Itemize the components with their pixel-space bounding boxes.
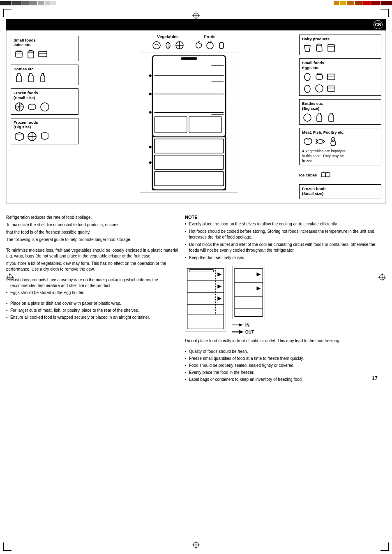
svg-marker-71 bbox=[217, 285, 221, 289]
deco-left bbox=[0, 0, 56, 7]
deco-seg-r3 bbox=[362, 1, 371, 5]
svg-point-42 bbox=[149, 93, 151, 95]
dairy-icon-2 bbox=[314, 42, 325, 53]
svg-rect-53 bbox=[327, 74, 335, 80]
category-small-foods-juice: Small foodsJuice etc. bbox=[11, 36, 78, 61]
category-small-eggs-icons-row1 bbox=[302, 71, 378, 82]
svg-marker-83 bbox=[239, 330, 244, 334]
category-small-foods-juice-icons bbox=[14, 49, 76, 59]
category-frozen-small-left-icons bbox=[14, 101, 76, 113]
bottom-section: Refrigeration reduces the rate of food s… bbox=[6, 210, 386, 387]
svg-point-56 bbox=[316, 85, 323, 92]
deco-seg-7 bbox=[51, 1, 56, 5]
para1-line3: that the food is of the freshest possibl… bbox=[6, 229, 179, 235]
main-content: GB Small foodsJuice etc. bbox=[6, 19, 386, 387]
category-meat-fish: Meat, Fish, Poultry etc. bbox=[299, 128, 381, 165]
big-bottle-1 bbox=[302, 112, 313, 123]
airflow-area: IN OUT bbox=[185, 266, 386, 335]
tall-bottle-3 bbox=[37, 72, 48, 83]
note-item-4: Keep the door securely closed. bbox=[185, 255, 386, 261]
category-frozen-small-right: Frozen foods(Small size) bbox=[299, 184, 381, 199]
freezer-bullet-list: Quality of foods should be fresh. Freeze… bbox=[185, 349, 386, 382]
veg-improper-note: ● Vegetables are improperin this case. T… bbox=[302, 149, 378, 163]
cross-bottom-center bbox=[192, 541, 200, 549]
deco-seg-r2 bbox=[371, 1, 380, 5]
vegetables-category: Vegetables bbox=[151, 35, 185, 51]
svg-marker-70 bbox=[217, 272, 221, 276]
out-arrow-icon bbox=[232, 329, 244, 335]
svg-marker-78 bbox=[257, 272, 261, 276]
frozen-icon-3 bbox=[39, 101, 51, 113]
jar-icon-1 bbox=[14, 49, 24, 59]
svg-rect-74 bbox=[235, 269, 263, 317]
vegetables-icons bbox=[151, 40, 185, 51]
svg-marker-72 bbox=[217, 297, 221, 301]
frozen-icon-2 bbox=[26, 101, 38, 113]
small-food-icon-2 bbox=[326, 71, 337, 82]
deco-right bbox=[334, 0, 392, 7]
left-column: Small foodsJuice etc. bbox=[9, 32, 81, 201]
meat-bullets: Place on a plate or dish and cover with … bbox=[6, 301, 179, 320]
corner-br bbox=[380, 542, 389, 551]
frozen-big-icon-2 bbox=[26, 131, 38, 142]
container-icon-1 bbox=[37, 49, 48, 59]
svg-point-23 bbox=[207, 42, 213, 49]
svg-point-61 bbox=[332, 137, 335, 141]
out-label: OUT bbox=[245, 330, 254, 334]
corner-tl bbox=[3, 9, 12, 17]
veg-icon-1 bbox=[151, 40, 162, 51]
para2-line1: To minimize moisture loss, fruit and veg… bbox=[6, 248, 179, 259]
meat-bullet-2: For larger cuts of meat, fish, or poultr… bbox=[6, 308, 179, 313]
dairy-bullet-list: Most dairy products have a use by date o… bbox=[6, 277, 179, 296]
dairy-bullets: Most dairy products have a use by date o… bbox=[6, 277, 179, 296]
svg-rect-30 bbox=[154, 116, 187, 133]
svg-rect-48 bbox=[328, 44, 334, 52]
category-bottles-big: Bottles etc.(Big size) bbox=[299, 99, 381, 125]
dairy-bullet-1: Most dairy products have a use by date o… bbox=[6, 277, 179, 289]
bottom-left-column: Refrigeration reduces the rate of food s… bbox=[6, 210, 179, 387]
tall-bottle-2 bbox=[25, 72, 36, 83]
category-dairy-icons bbox=[302, 42, 378, 53]
svg-point-43 bbox=[149, 111, 151, 114]
airflow-note: Do not place food directly in front of c… bbox=[185, 338, 386, 344]
category-frozen-small-right-label: Frozen foods(Small size) bbox=[302, 186, 378, 196]
svg-point-50 bbox=[304, 73, 310, 81]
fridge-diagram bbox=[140, 53, 238, 192]
freezer-bullet-1: Quality of foods should be fresh. bbox=[185, 349, 386, 355]
category-small-eggs: Small foodsEggs etc. bbox=[299, 58, 381, 96]
svg-rect-4 bbox=[28, 51, 34, 58]
svg-point-55 bbox=[304, 85, 310, 93]
in-out-labels: IN OUT bbox=[232, 322, 265, 335]
svg-rect-57 bbox=[327, 86, 335, 91]
para2-line2: If you store a lot of vegetables, dew ma… bbox=[6, 261, 179, 272]
airflow-side-svg bbox=[232, 266, 265, 319]
svg-point-59 bbox=[304, 114, 311, 121]
out-label-row: OUT bbox=[232, 329, 265, 335]
category-dairy-label: Dairy products bbox=[302, 37, 378, 41]
dairy-icon-3 bbox=[326, 42, 337, 53]
svg-point-44 bbox=[149, 146, 151, 148]
svg-rect-73 bbox=[189, 270, 214, 272]
category-ice-cubes: Ice cubes bbox=[299, 169, 381, 181]
category-bottles-left-icons bbox=[14, 72, 76, 83]
category-frozen-big-left-label: Frozen foods(Big size) bbox=[14, 120, 76, 130]
egg-icon-1 bbox=[302, 71, 313, 82]
svg-rect-37 bbox=[152, 137, 226, 190]
deco-seg-r5 bbox=[347, 1, 354, 5]
cross-top-center bbox=[192, 12, 200, 20]
right-column: Dairy products bbox=[297, 32, 383, 201]
category-frozen-big-left: Frozen foods(Big size) bbox=[11, 118, 78, 144]
fruit-icon-3 bbox=[216, 40, 227, 51]
category-bottles-left-label: Bottles etc. bbox=[14, 67, 76, 71]
deco-seg-r4 bbox=[355, 1, 362, 5]
vegetables-label: Vegetables bbox=[151, 35, 185, 39]
deco-seg-r1 bbox=[380, 1, 392, 5]
category-bottles-big-label: Bottles etc.(Big size) bbox=[302, 101, 378, 111]
svg-rect-31 bbox=[189, 116, 221, 133]
deco-seg-3 bbox=[21, 1, 30, 5]
category-small-foods-juice-label: Small foodsJuice etc. bbox=[14, 38, 76, 47]
page-number: 17 bbox=[372, 375, 378, 381]
freezer-bullet-4: Evenly place the food in the freezer. bbox=[185, 370, 386, 376]
meat-icon bbox=[302, 136, 314, 147]
svg-rect-26 bbox=[181, 57, 197, 60]
